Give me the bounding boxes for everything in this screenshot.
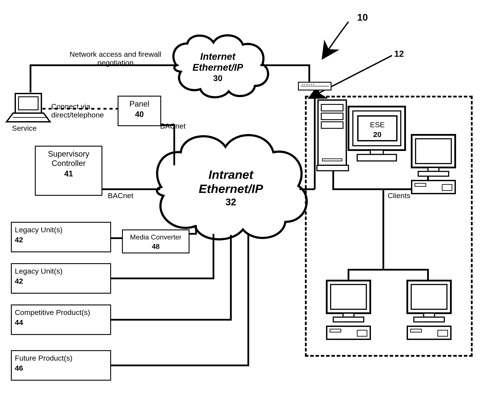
media-converter-box: Media Converter 48: [122, 229, 190, 253]
ese-box: ESE 20: [357, 115, 397, 141]
supervisory-box: Supervisory Controller 41: [35, 146, 102, 196]
diagram-canvas: 10 12 Internet Ethernet/IP 30 Intranet E…: [0, 0, 504, 420]
svg-rect-40: [18, 97, 38, 110]
internet-num: 30: [172, 74, 264, 83]
network-access-label: Network access and firewall negotiation: [59, 50, 172, 67]
svg-point-2: [302, 84, 303, 85]
competitive-num: 44: [15, 318, 107, 327]
legacy1-box: Legacy Unit(s) 42: [11, 222, 111, 252]
service-label: Service: [12, 124, 36, 133]
intranet-line1: Intranet: [152, 168, 309, 182]
panel-title: Panel: [121, 99, 157, 109]
svg-point-6: [311, 84, 312, 85]
internet-line1: Internet: [172, 51, 264, 62]
ese-num: 20: [359, 130, 396, 139]
svg-rect-0: [298, 82, 331, 90]
future-title: Future Product(s): [15, 354, 107, 362]
intranet-num: 32: [152, 197, 309, 208]
intranet-cloud: Intranet Ethernet/IP 32: [152, 135, 309, 239]
svg-point-4: [307, 84, 307, 85]
ese-title: ESE: [359, 121, 396, 129]
internet-cloud: Internet Ethernet/IP 30: [172, 39, 264, 96]
svg-point-5: [309, 84, 310, 85]
competitive-title: Competitive Product(s): [15, 308, 107, 317]
svg-rect-39: [15, 93, 41, 113]
area-ref-12: 12: [394, 49, 404, 59]
svg-point-7: [313, 84, 314, 85]
laptop-icon: [6, 93, 50, 122]
legacy1-num: 42: [15, 236, 107, 244]
svg-point-3: [305, 84, 305, 85]
future-num: 46: [15, 364, 107, 372]
clients-label: Clients: [388, 191, 410, 200]
panel-num: 40: [121, 110, 157, 119]
panel-box: Panel 40: [118, 96, 161, 126]
connect-label: Connect via direct/telephone: [51, 102, 104, 119]
media-title: Media Converter: [126, 233, 186, 241]
media-num: 48: [126, 243, 186, 251]
supervisory-title: Supervisory Controller: [39, 149, 98, 168]
supervisory-num: 41: [39, 169, 98, 178]
legacy2-title: Legacy Unit(s): [15, 267, 107, 276]
bacnet-label-1: BACnet: [160, 122, 186, 130]
legacy2-box: Legacy Unit(s) 42: [11, 263, 111, 294]
figure-ref-10: 10: [357, 12, 368, 23]
future-box: Future Product(s) 46: [11, 350, 111, 381]
legacy2-num: 42: [15, 277, 107, 285]
bacnet-label-2: BACnet: [108, 191, 133, 200]
competitive-box: Competitive Product(s) 44: [11, 304, 111, 335]
intranet-line2: Ethernet/IP: [152, 182, 309, 196]
internet-line2: Ethernet/IP: [172, 62, 264, 73]
legacy1-title: Legacy Unit(s): [15, 225, 107, 234]
